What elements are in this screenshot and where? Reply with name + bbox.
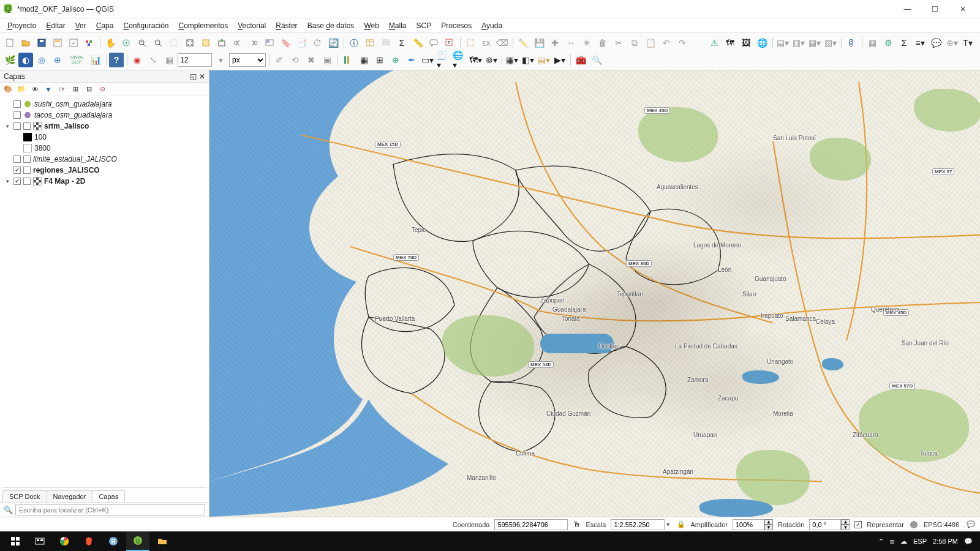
menu-ayuda[interactable]: Ayuda [477,20,507,31]
show-bookmarks-icon[interactable]: 📑 [294,36,309,50]
zoom-in-icon[interactable]: + [135,36,149,50]
layer-item[interactable]: ▾srtm_Jalisco [1,121,208,132]
magnifier-input[interactable] [733,519,764,530]
expander-icon[interactable] [4,167,11,174]
layer-count-checkbox[interactable] [23,178,31,185]
layer-visibility-checkbox[interactable] [13,156,21,163]
menu-procesos[interactable]: Procesos [436,20,477,31]
processing-run-icon[interactable]: ▶▾ [552,53,567,67]
map-tips-icon[interactable] [426,36,441,50]
tray-dropbox-icon[interactable]: ⧈ [890,538,894,545]
crs-label[interactable]: EPSG:4486 [924,521,959,528]
delete-selected-icon[interactable]: 🗑 [595,36,610,50]
zoom-selection-icon[interactable] [198,36,213,50]
pan-to-selection-icon[interactable] [119,36,134,50]
menu-scp[interactable]: SCP [412,20,437,31]
coord-input[interactable] [494,519,568,530]
new-geopackage-icon[interactable]: ▤▾ [775,36,790,50]
attribute-form-icon[interactable]: ≡▾ [913,36,927,50]
zoom-layer-icon[interactable] [214,36,229,50]
taskbar-brave[interactable] [77,531,100,551]
vector-attr-icon[interactable]: 🧾▾ [436,53,451,67]
vector-new-icon[interactable] [341,53,355,67]
tray-lang[interactable]: ESP [913,538,927,545]
scp-spin-input[interactable] [178,53,212,67]
save-edits-icon[interactable]: 💾 [532,36,546,50]
field-calculator-icon[interactable] [379,36,393,50]
tray-notifications-icon[interactable]: 💬 [964,538,973,545]
help-icon[interactable]: ? [109,53,124,67]
layer-count-checkbox[interactable] [23,167,31,174]
layer-count-checkbox[interactable] [23,156,31,163]
start-button[interactable] [4,531,27,551]
filter-by-expr-icon[interactable]: ε▾ [56,84,67,95]
zoom-next-icon[interactable] [246,36,261,50]
expander-icon[interactable] [4,156,11,163]
new-spatialite-icon[interactable]: ▦▾ [807,36,822,50]
refresh-icon[interactable]: 🔄 [326,36,341,50]
manage-visibility-icon[interactable]: 👁 [29,84,40,95]
side-tab-scp-dock[interactable]: SCP Dock [2,490,47,502]
menu-base-de-datos[interactable]: Base de datos [303,20,360,31]
toolbox-icon[interactable]: 🧰 [573,53,588,67]
toggle-editing-icon[interactable]: ✏️ [516,36,530,50]
data-source-manager-icon[interactable]: ⚠ [707,36,722,50]
undo-icon[interactable]: ↶ [659,36,674,50]
new-virtual-icon[interactable]: ▧▾ [823,36,838,50]
new-map-view-icon[interactable] [262,36,277,50]
vector-grid-icon[interactable]: ▦ [356,53,371,67]
taskbar-explorer[interactable] [151,531,174,551]
open-project-icon[interactable] [18,36,33,50]
filter-legend-icon[interactable]: ▼ [43,84,54,95]
expander-icon[interactable] [4,111,11,119]
layer-count-checkbox[interactable] [23,122,31,130]
measure-icon[interactable]: 📏 [410,36,425,50]
pan-icon[interactable]: ✋ [103,36,118,50]
layer-item[interactable]: sushi_osm_guadalajara [1,99,208,110]
side-tab-capas[interactable]: Capas [92,490,125,502]
magnifier-up[interactable]: ▲ [764,519,773,525]
osm-place-search-icon[interactable]: ◎ [34,53,49,67]
menu-editar[interactable]: Editar [41,20,70,31]
locator-input[interactable] [15,504,205,515]
magnifier-down[interactable]: ▼ [764,525,773,530]
collapse-all-icon[interactable]: ⊟ [83,84,94,95]
layer-item[interactable]: ▾F4 Map - 2D [1,176,208,187]
select-tips-icon[interactable]: 💬 [929,36,943,50]
vector-project-icon[interactable]: 🗺▾ [468,53,483,67]
menu-configuración[interactable]: Configuración [118,20,173,31]
new-annotation-icon[interactable]: T [442,36,457,50]
quickosm-icon[interactable]: ⊕ [50,53,65,67]
open-attribute-table-icon[interactable] [363,36,377,50]
scale-input[interactable] [611,519,665,530]
layer-styling-icon[interactable]: 🎨 [2,84,13,95]
vertex-tool-icon[interactable]: ✳ [579,36,594,50]
add-raster-layer-icon[interactable]: 🖼 [739,36,753,50]
menu-malla[interactable]: Malla [384,20,412,31]
lock-scale-icon[interactable]: 🔒 [677,520,685,528]
layer-visibility-checkbox[interactable] [13,100,21,108]
expander-icon[interactable] [4,100,11,108]
task-view-button[interactable] [28,531,51,551]
db-manager-icon[interactable]: 🛢 [844,36,859,50]
processing-layer-icon[interactable]: ◧▾ [521,53,535,67]
tray-expand-icon[interactable]: ⌃ [878,538,884,545]
zoom-last-icon[interactable] [230,36,245,50]
python-console-icon[interactable]: ◐ [18,53,33,67]
plugin-button-icon[interactable]: 🌿 [2,53,17,67]
add-feature-icon[interactable]: ✚ [548,36,562,50]
select-by-value-icon[interactable]: εх [479,36,494,50]
layer-item[interactable]: regiones_JALISCO [1,165,208,176]
style-manager-icon[interactable] [82,36,97,50]
temporal-controller-icon[interactable]: ⏱ [310,36,325,50]
menu-web[interactable]: Web [359,20,383,31]
menu-ver[interactable]: Ver [70,20,91,31]
expand-all-icon[interactable]: ⊞ [70,84,81,95]
panel-close-icon[interactable]: ✕ [199,72,205,81]
add-vector-layer-icon[interactable]: 🗺 [723,36,737,50]
scp-dropdown-icon[interactable]: ▾ [213,53,228,67]
map-canvas[interactable]: MEX 15DMEX 45DMEX 70DMEX 80DMEX 54DMEX 5… [209,70,980,517]
processing-open-icon[interactable]: ▤▾ [537,53,551,67]
vector-add-icon[interactable]: ⊕ [388,53,403,67]
save-project-icon[interactable] [34,36,49,50]
